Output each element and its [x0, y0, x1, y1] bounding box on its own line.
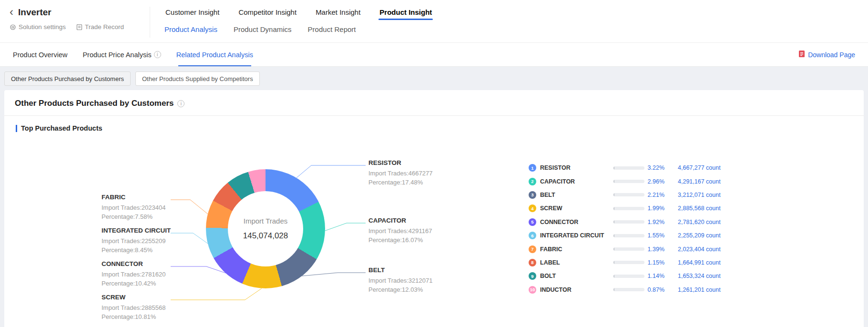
rank-row-connector[interactable]: 5CONNECTOR1.92%2,781,620 count [529, 215, 749, 229]
gear-icon [10, 24, 16, 31]
rank-badge: 5 [529, 218, 536, 226]
rank-badge: 2 [529, 178, 536, 185]
callout-percentage: Percentage:17.48% [368, 178, 464, 187]
solution-settings-link[interactable]: Solution settings [10, 23, 66, 31]
count-value: 4,291,167 count [678, 178, 749, 185]
download-page-label: Download Page [808, 51, 855, 59]
back-icon[interactable]: ‹ [10, 7, 13, 17]
callout-percentage: Percentage:8.45% [102, 245, 197, 255]
rank-row-capacitor[interactable]: 2CAPACITOR2.96%4,291,167 count [529, 174, 749, 188]
filter-other-products-purchased-by-customers[interactable]: Other Products Purchased by Customers [4, 72, 131, 86]
subtab-product-analysis[interactable]: Product Analysis [164, 25, 217, 33]
callout-percentage: Percentage:10.42% [102, 279, 197, 288]
callout-import-trades: Import Trades:2023404 [102, 203, 197, 212]
subtab-product-report[interactable]: Product Report [308, 25, 356, 33]
panel-title: Other Products Purchased by Customers [15, 99, 174, 108]
product-sub-tabs: Product AnalysisProduct DynamicsProduct … [164, 25, 868, 33]
rank-row-integrated-circuit[interactable]: 6INTEGRATED CIRCUIT1.55%2,255,209 count [529, 229, 749, 242]
rank-row-fabric[interactable]: 7FABRIC1.39%2,023,404 count [529, 242, 749, 255]
percent-value: 1.39% [644, 246, 664, 253]
product-name: FABRIC [540, 246, 613, 253]
ranking-list: 1RESISTOR3.22%4,667,277 count2CAPACITOR2… [529, 161, 749, 296]
donut-chart[interactable]: Import Trades 145,074,028 [206, 169, 325, 288]
callout-resistor: RESISTORImport Trades:4667277Percentage:… [368, 159, 464, 187]
percent-value: 2.21% [644, 192, 664, 198]
progress-bar [613, 247, 644, 251]
subtab-product-dynamics[interactable]: Product Dynamics [234, 25, 292, 33]
callout-screw: SCREWImport Trades:2885568Percentage:10.… [102, 294, 197, 321]
product-name: RESISTOR [540, 164, 613, 171]
analysis-tab-label: Related Product Analysis [176, 51, 253, 59]
progress-bar [613, 193, 644, 196]
callout-import-trades: Import Trades:2885568 [102, 303, 197, 312]
callout-import-trades: Import Trades:4291167 [368, 226, 464, 235]
filter-other-products-supplied-by-competitors[interactable]: Other Products Supplied by Competitors [135, 72, 260, 86]
percent-value: 1.92% [644, 219, 664, 225]
app-header: ‹ Inverter Solution settings Trade Recor… [0, 0, 868, 43]
insight-tabs: Customer InsightCompetitor InsightMarket… [164, 7, 868, 23]
rank-badge: 6 [529, 232, 536, 239]
progress-bar [613, 220, 644, 224]
rank-row-inductor[interactable]: 10INDUCTOR0.87%1,261,201 count [529, 283, 749, 296]
callout-product-name: CAPACITOR [368, 217, 464, 224]
progress-bar [613, 288, 644, 291]
rank-row-screw[interactable]: 4SCREW1.99%2,885,568 count [529, 202, 749, 215]
info-icon[interactable]: i [177, 100, 184, 107]
percent-value: 1.15% [644, 259, 664, 266]
count-value: 4,667,277 count [678, 164, 749, 171]
rank-row-resistor[interactable]: 1RESISTOR3.22%4,667,277 count [529, 161, 749, 174]
download-page-button[interactable]: Download Page [798, 43, 855, 66]
percent-value: 3.22% [644, 164, 664, 171]
callout-product-name: BELT [368, 266, 464, 274]
callout-percentage: Percentage:16.07% [368, 235, 464, 245]
callout-line-belt [302, 273, 366, 276]
percent-value: 1.55% [644, 232, 664, 239]
section-accent-bar [16, 125, 17, 132]
analysis-tabs: Product OverviewProduct Price AnalysisiR… [13, 43, 268, 66]
count-value: 1,261,201 count [678, 286, 749, 293]
percent-value: 1.14% [644, 273, 664, 279]
donut-center-label: Import Trades [244, 217, 288, 225]
callout-percentage: Percentage:7.58% [102, 212, 197, 221]
progress-bar [613, 234, 644, 237]
callout-product-name: CONNECTOR [102, 260, 197, 267]
analysis-tab-label: Product Overview [13, 51, 67, 59]
rank-row-label[interactable]: 8LABEL1.15%1,664,991 count [529, 256, 749, 269]
callout-product-name: SCREW [102, 294, 197, 301]
percent-value: 1.99% [644, 205, 664, 212]
analysis-tab-related-product-analysis[interactable]: Related Product Analysis [176, 43, 253, 66]
count-value: 1,653,324 count [678, 273, 749, 279]
callout-line-capacitor [325, 223, 366, 231]
progress-bar [613, 275, 644, 278]
rank-row-bolt[interactable]: 9BOLT1.14%1,653,324 count [529, 269, 749, 283]
analysis-tab-product-price-analysis[interactable]: Product Price Analysisi [82, 43, 161, 66]
percent-value: 0.87% [644, 286, 664, 293]
callout-connector: CONNECTORImport Trades:2781620Percentage… [102, 260, 197, 288]
info-icon[interactable]: i [154, 51, 161, 58]
header-left: ‹ Inverter Solution settings Trade Recor… [0, 0, 150, 42]
tab-customer-insight[interactable]: Customer Insight [164, 7, 220, 20]
tab-product-insight[interactable]: Product Insight [378, 7, 433, 20]
section-title: Top Purchased Products [21, 124, 102, 132]
callout-product-name: RESISTOR [368, 159, 464, 166]
product-name: BOLT [540, 273, 613, 279]
insight-nav: Customer InsightCompetitor InsightMarket… [150, 7, 868, 38]
tab-market-insight[interactable]: Market Insight [315, 7, 361, 20]
rank-badge: 9 [529, 272, 536, 280]
divider [4, 115, 864, 116]
progress-bar [613, 166, 644, 170]
callout-import-trades: Import Trades:3212071 [368, 276, 464, 285]
donut-center-value: 145,074,028 [243, 231, 288, 241]
tab-competitor-insight[interactable]: Competitor Insight [237, 7, 297, 20]
callout-belt: BELTImport Trades:3212071Percentage:12.0… [368, 266, 464, 294]
progress-bar [613, 207, 644, 210]
trade-record-link[interactable]: Trade Record [76, 23, 124, 31]
rank-row-belt[interactable]: 3BELT2.21%3,212,071 count [529, 188, 749, 202]
callout-line-resistor [296, 165, 366, 178]
product-name: CONNECTOR [540, 219, 613, 225]
count-value: 3,212,071 count [678, 192, 749, 198]
percent-value: 2.96% [644, 178, 664, 185]
analysis-tab-product-overview[interactable]: Product Overview [13, 43, 67, 66]
product-name: INDUCTOR [540, 286, 613, 293]
solution-settings-label: Solution settings [19, 23, 66, 31]
